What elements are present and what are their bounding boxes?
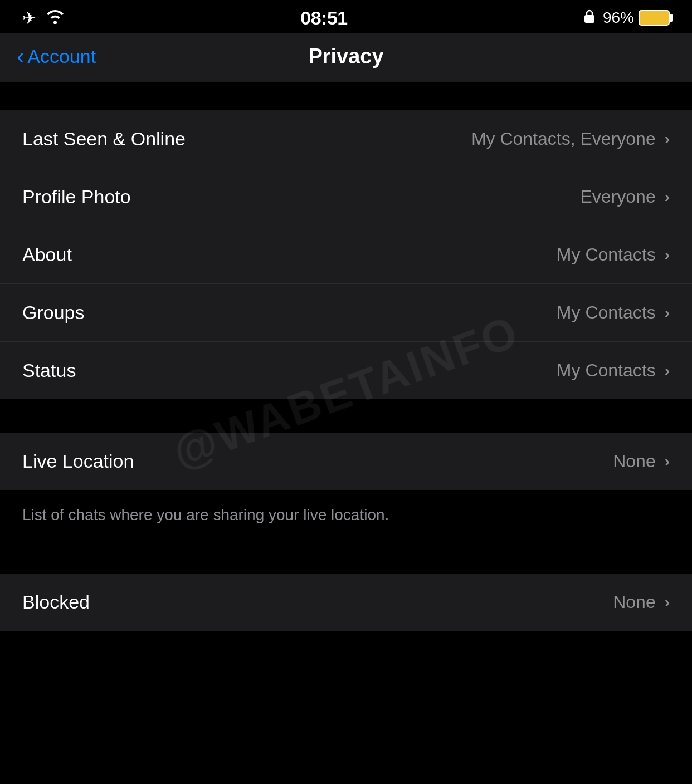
blocked-label: Blocked <box>22 591 90 613</box>
live-location-section: Live Location None › <box>0 433 692 490</box>
groups-chevron-icon: › <box>665 304 670 322</box>
back-button[interactable]: ‹ Account <box>17 46 96 67</box>
status-time: 08:51 <box>300 7 347 29</box>
live-location-footer-text: List of chats where you are sharing your… <box>22 506 389 523</box>
status-value-container: My Contacts › <box>557 360 670 381</box>
middle-spacer <box>0 399 692 433</box>
profile-photo-value: Everyone <box>580 187 655 207</box>
status-row[interactable]: Status My Contacts › <box>0 342 692 399</box>
last-seen-label: Last Seen & Online <box>22 128 186 150</box>
page-title: Privacy <box>308 45 383 68</box>
status-label: Status <box>22 360 76 381</box>
blocked-chevron-icon: › <box>665 594 670 611</box>
battery-percent: 96% <box>603 9 634 27</box>
profile-photo-row[interactable]: Profile Photo Everyone › <box>0 168 692 226</box>
live-location-chevron-icon: › <box>665 453 670 471</box>
status-left-icons: ✈ <box>22 8 65 28</box>
blocked-value: None <box>613 592 656 612</box>
live-location-row[interactable]: Live Location None › <box>0 433 692 490</box>
svg-rect-0 <box>584 15 594 23</box>
status-bar: ✈ 08:51 96% <box>0 0 692 33</box>
about-value: My Contacts <box>557 244 656 265</box>
groups-row[interactable]: Groups My Contacts › <box>0 284 692 342</box>
wifi-icon <box>45 8 65 28</box>
about-row[interactable]: About My Contacts › <box>0 226 692 284</box>
blocked-section: Blocked None › <box>0 574 692 631</box>
live-location-label: Live Location <box>22 450 134 472</box>
visibility-section: Last Seen & Online My Contacts, Everyone… <box>0 110 692 399</box>
battery-icon <box>639 10 670 26</box>
bottom-spacer <box>0 540 692 574</box>
battery-fill <box>641 12 667 23</box>
top-spacer <box>0 82 692 110</box>
status-chevron-icon: › <box>665 362 670 380</box>
back-label: Account <box>27 46 96 67</box>
battery-indicator: 96% <box>603 9 670 27</box>
profile-photo-chevron-icon: › <box>665 188 670 206</box>
back-chevron-icon: ‹ <box>17 45 24 67</box>
live-location-footer: List of chats where you are sharing your… <box>0 490 692 540</box>
live-location-value: None <box>613 451 656 472</box>
groups-value: My Contacts <box>557 302 656 323</box>
navigation-bar: ‹ Account Privacy <box>0 33 692 82</box>
about-chevron-icon: › <box>665 246 670 264</box>
blocked-value-container: None › <box>613 592 670 612</box>
about-label: About <box>22 244 72 266</box>
last-seen-value-container: My Contacts, Everyone › <box>471 129 670 149</box>
groups-label: Groups <box>22 302 85 324</box>
last-seen-chevron-icon: › <box>665 130 670 148</box>
lock-icon <box>583 8 596 28</box>
groups-value-container: My Contacts › <box>557 302 670 323</box>
about-value-container: My Contacts › <box>557 244 670 265</box>
profile-photo-value-container: Everyone › <box>580 187 670 207</box>
live-location-value-container: None › <box>613 451 670 472</box>
last-seen-value: My Contacts, Everyone <box>471 129 656 149</box>
status-right-icons: 96% <box>583 8 670 28</box>
last-seen-row[interactable]: Last Seen & Online My Contacts, Everyone… <box>0 110 692 168</box>
status-value: My Contacts <box>557 360 656 381</box>
profile-photo-label: Profile Photo <box>22 186 131 208</box>
airplane-icon: ✈ <box>22 8 36 28</box>
blocked-row[interactable]: Blocked None › <box>0 574 692 631</box>
